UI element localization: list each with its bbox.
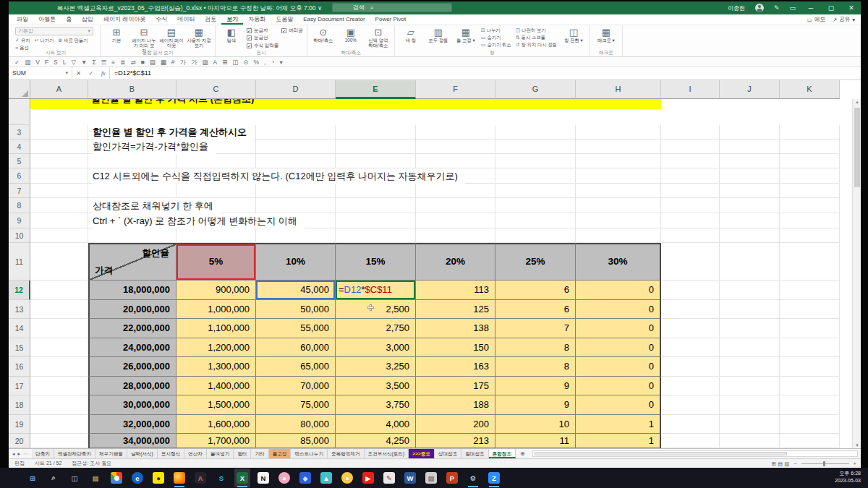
search-box[interactable]: ⌕ 검색 (332, 3, 452, 12)
cell-A13[interactable] (30, 300, 88, 319)
printer-icon[interactable]: ▤ (423, 468, 439, 487)
percent-style-icon[interactable]: % (253, 57, 259, 67)
column-header-C[interactable]: C (176, 80, 256, 99)
row-header-19[interactable]: 19 (9, 415, 30, 434)
cell-I17[interactable] (661, 377, 720, 395)
row-header-9[interactable]: 9 (9, 213, 30, 228)
row-header-2[interactable]: 2 (9, 99, 30, 125)
cell-C12[interactable]: 900,000 (176, 281, 256, 300)
cell-K10[interactable] (780, 228, 840, 243)
cell-I8[interactable] (661, 198, 720, 213)
grid-icon[interactable]: ▦ (161, 57, 166, 67)
cell-C20[interactable]: 1,700,000 (176, 434, 256, 448)
cell-G16[interactable]: 8 (495, 357, 576, 377)
avatar[interactable] (755, 4, 764, 12)
ribbon-button-창 위치 다시 정렬[interactable]: ↺창 위치 다시 정렬 (516, 41, 558, 48)
cell-J6[interactable] (720, 168, 780, 184)
cell-G19[interactable]: 10 (495, 415, 576, 434)
align-center-icon[interactable]: ≡ (111, 57, 115, 67)
ribbon-button-사용자 지정 보기[interactable]: ▦사용자 지정 보기 (187, 27, 211, 51)
sheet-tab-필터[interactable]: 필터 (234, 449, 251, 458)
excel-icon[interactable]: X (234, 468, 250, 487)
cell-K20[interactable] (780, 434, 840, 448)
cell-F20[interactable]: 213 (416, 434, 495, 448)
cell-B7[interactable] (88, 184, 176, 198)
cell-G4[interactable] (495, 140, 576, 154)
cell-G12[interactable]: 6 (495, 281, 576, 300)
column-header-G[interactable]: G (495, 80, 576, 99)
cell-F9[interactable] (416, 213, 495, 228)
sheet-nav-more-icon[interactable]: ⋯ (23, 451, 28, 457)
search-icon[interactable]: ⌕ (46, 468, 61, 487)
row-header-5[interactable]: 5 (9, 154, 30, 168)
horizontal-scrollbar[interactable] (532, 450, 858, 457)
normal-view-icon[interactable]: ⊞ (772, 461, 778, 467)
cell-E4[interactable] (336, 140, 416, 154)
cell-F19[interactable]: 200 (416, 415, 495, 434)
cell-C5[interactable] (176, 154, 256, 168)
cell-J4[interactable] (720, 140, 780, 154)
browser-icon[interactable]: e (129, 468, 145, 487)
row-header-7[interactable]: 7 (9, 184, 30, 198)
cell-H6[interactable] (576, 168, 661, 184)
ribbon-button-기본[interactable]: ⊞기본 (104, 27, 129, 51)
cell-F10[interactable] (416, 228, 495, 243)
cell-D3[interactable] (256, 125, 336, 140)
cell-I12[interactable] (661, 281, 720, 300)
cancel-icon[interactable]: ✕ (76, 70, 81, 77)
cell-E15[interactable]: 3,000 (336, 338, 416, 357)
column-header-H[interactable]: H (576, 80, 661, 99)
cell-C17[interactable]: 1,400,000 (176, 377, 256, 395)
cell-G11[interactable]: 25% (495, 243, 576, 281)
column-header-E[interactable]: E (336, 80, 416, 99)
font-grow-icon[interactable]: 가 (179, 57, 186, 67)
cell-D18[interactable]: 75,000 (256, 395, 336, 415)
formula-input[interactable]: =D12*$C$11 (110, 67, 861, 79)
app-blue-icon[interactable]: ◆ (297, 468, 313, 487)
horizontal-scroll-thumb[interactable] (535, 452, 788, 455)
sheet-view-dropdown[interactable]: 기본값▾ (15, 27, 93, 35)
cell-I10[interactable] (661, 228, 720, 243)
cell-F18[interactable]: 188 (416, 395, 495, 415)
sheet-tab-중복항목제거[interactable]: 중복항목제거 (328, 449, 365, 458)
cell-F4[interactable] (416, 140, 495, 154)
sheet-tab-엑셀전체단축키[interactable]: 엑셀전체단축키 (54, 449, 95, 458)
cell-I13[interactable] (661, 300, 720, 319)
cell-A11[interactable] (30, 243, 88, 281)
share-button[interactable]: ↗ 공유 ▾ (833, 16, 855, 23)
cell-B15[interactable]: 24,000,000 (88, 338, 176, 357)
cell-C15[interactable]: 1,200,000 (176, 338, 256, 357)
scroll-up-icon[interactable]: ▴ (853, 99, 861, 105)
name-box[interactable]: SUM ▾ (9, 67, 72, 79)
cell-B10[interactable] (88, 228, 176, 243)
cell-G5[interactable] (495, 154, 576, 168)
cell-K5[interactable] (780, 154, 840, 168)
cell-G15[interactable]: 8 (495, 338, 576, 357)
cell-C7[interactable] (176, 184, 256, 198)
ribbon-button-새로 만들기[interactable]: ⊕새로 만들기 (58, 37, 89, 44)
row-header-11[interactable]: 11 (9, 243, 30, 281)
cell-B20[interactable]: 34,000,000 (88, 434, 176, 448)
cell-B17[interactable]: 28,000,000 (88, 377, 176, 395)
cell-J19[interactable] (720, 415, 780, 434)
hash-grid-icon[interactable]: # (171, 57, 175, 67)
cell-G14[interactable]: 7 (495, 319, 576, 338)
cell-G8[interactable] (495, 198, 576, 213)
youtube-icon[interactable]: ▶ (360, 468, 376, 487)
row-header-17[interactable]: 17 (9, 377, 30, 395)
menu-tab-데이터[interactable]: 데이터 (172, 14, 200, 25)
cell-F11[interactable]: 20% (416, 243, 495, 281)
cell-K17[interactable] (780, 377, 840, 395)
cell-A19[interactable] (30, 415, 88, 434)
cell-E9[interactable] (336, 213, 416, 228)
cell-I6[interactable] (661, 168, 720, 184)
cell-E11[interactable]: 15% (336, 243, 416, 281)
cell-G13[interactable]: 6 (495, 300, 576, 319)
cell-I4[interactable] (661, 140, 720, 154)
row-header-4[interactable]: 4 (9, 140, 30, 154)
cell-J14[interactable] (720, 319, 780, 338)
cell-H11[interactable]: 30% (576, 243, 661, 281)
zoom-in-icon[interactable]: + (854, 461, 856, 467)
ribbon-button-100%[interactable]: ▣100% (339, 27, 363, 51)
macro-v-button[interactable]: V (35, 57, 40, 67)
